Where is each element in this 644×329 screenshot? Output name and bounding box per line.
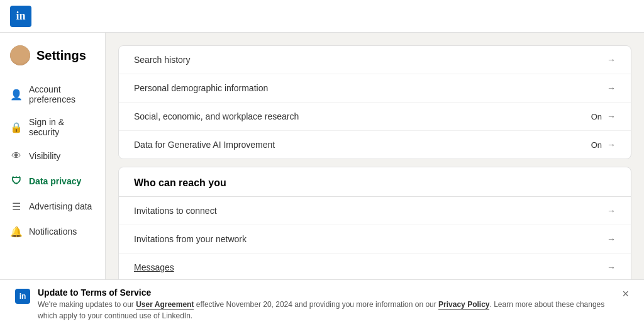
sidebar-item-notifications[interactable]: 🔔 Notifications	[0, 219, 105, 244]
sidebar-item-account-preferences[interactable]: 👤 Account preferences	[0, 78, 105, 111]
list-item-label-generative-ai: Data for Generative AI Improvement	[134, 140, 275, 150]
arrow-invitations-network: →	[607, 234, 616, 244]
sidebar-item-sign-in-security[interactable]: 🔒 Sign in & security	[0, 111, 105, 143]
nav-icon-data-privacy: 🛡	[10, 175, 23, 187]
avatar	[10, 45, 30, 65]
list-item-right-search-history: →	[607, 55, 616, 65]
banner-close-button[interactable]: ×	[622, 287, 629, 301]
top-bar: in	[0, 0, 644, 33]
list-item-right-generative-ai: On→	[591, 140, 616, 150]
nav-icon-account-preferences: 👤	[10, 88, 23, 101]
list-item-left-social-economic: Social, economic, and workplace research	[134, 111, 299, 121]
list-item-label-messages: Messages	[134, 262, 174, 272]
status-generative-ai: On	[591, 140, 602, 150]
list-item-right-invitations-network: →	[607, 234, 616, 244]
nav-label-visibility: Visibility	[29, 151, 60, 161]
nav-icon-visibility: 👁	[10, 150, 23, 162]
privacy-policy-link[interactable]: Privacy Policy	[438, 300, 489, 309]
nav-label-data-privacy: Data privacy	[29, 176, 81, 186]
arrow-social-economic: →	[607, 111, 616, 121]
list-item-generative-ai[interactable]: Data for Generative AI ImprovementOn→	[119, 131, 631, 159]
list-item-left-invitations-connect: Invitations to connect	[134, 206, 217, 216]
list-item-label-search-history: Search history	[134, 55, 190, 65]
arrow-messages: →	[607, 262, 616, 272]
arrow-search-history: →	[607, 55, 616, 65]
list-item-left-search-history: Search history	[134, 55, 190, 65]
list-item-label-personal-demographic: Personal demographic information	[134, 83, 268, 93]
list-item-left-messages: Messages	[134, 262, 174, 272]
nav-label-account-preferences: Account preferences	[29, 84, 95, 104]
list-item-label-social-economic: Social, economic, and workplace research	[134, 111, 299, 121]
linkedin-logo[interactable]: in	[10, 6, 31, 27]
list-item-right-social-economic: On→	[591, 111, 616, 121]
arrow-invitations-connect: →	[607, 206, 616, 216]
banner-text: We're making updates to our User Agreeme…	[38, 299, 614, 321]
nav-list: 👤 Account preferences 🔒 Sign in & securi…	[0, 78, 105, 244]
sidebar-title-area: Settings	[0, 45, 105, 78]
nav-icon-notifications: 🔔	[10, 225, 23, 238]
list-item-personal-demographic[interactable]: Personal demographic information→	[119, 74, 631, 103]
sidebar-item-advertising-data[interactable]: ☰ Advertising data	[0, 194, 105, 219]
list-item-right-messages: →	[607, 262, 616, 272]
list-item-search-history[interactable]: Search history→	[119, 46, 631, 74]
list-item-social-economic[interactable]: Social, economic, and workplace research…	[119, 103, 631, 131]
banner-linkedin-icon: in	[15, 289, 30, 304]
list-item-left-personal-demographic: Personal demographic information	[134, 83, 268, 93]
nav-label-notifications: Notifications	[29, 226, 77, 237]
nav-icon-advertising-data: ☰	[10, 200, 23, 213]
banner-text-before: We're making updates to our	[38, 300, 136, 309]
list-item-left-invitations-network: Invitations from your network	[134, 234, 247, 244]
nav-label-advertising-data: Advertising data	[29, 201, 92, 211]
sidebar-item-data-privacy[interactable]: 🛡 Data privacy	[0, 169, 105, 194]
nav-label-sign-in-security: Sign in & security	[29, 117, 95, 137]
list-item-label-invitations-connect: Invitations to connect	[134, 206, 217, 216]
sidebar-title: Settings	[36, 48, 86, 63]
list-item-label-invitations-network: Invitations from your network	[134, 234, 247, 244]
list-item-invitations-connect[interactable]: Invitations to connect→	[119, 197, 631, 225]
list-item-messages[interactable]: Messages→	[119, 254, 631, 282]
arrow-generative-ai: →	[607, 140, 616, 150]
bottom-banner: in Update to Terms of Service We're maki…	[0, 279, 644, 329]
section-header-who-can-reach: Who can reach you	[119, 167, 631, 197]
status-social-economic: On	[591, 112, 602, 121]
sidebar-item-visibility[interactable]: 👁 Visibility	[0, 143, 105, 169]
user-agreement-link[interactable]: User Agreement	[136, 300, 194, 309]
banner-content: Update to Terms of Service We're making …	[38, 287, 614, 321]
arrow-personal-demographic: →	[607, 83, 616, 93]
banner-text-middle: effective November 20, 2024 and providin…	[194, 300, 438, 309]
nav-icon-sign-in-security: 🔒	[10, 121, 23, 133]
list-item-invitations-network[interactable]: Invitations from your network→	[119, 225, 631, 254]
list-item-right-personal-demographic: →	[607, 83, 616, 93]
list-item-right-invitations-connect: →	[607, 206, 616, 216]
top-items-card: Search history→Personal demographic info…	[118, 45, 631, 159]
banner-title: Update to Terms of Service	[38, 287, 614, 298]
list-item-left-generative-ai: Data for Generative AI Improvement	[134, 140, 275, 150]
